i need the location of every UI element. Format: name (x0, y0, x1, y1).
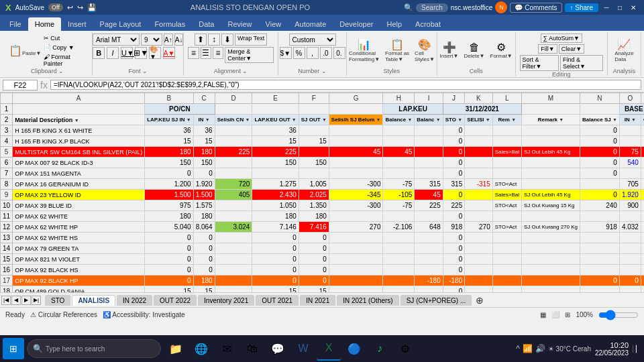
format-button[interactable]: ⚙ Format▼ (488, 41, 515, 60)
tab-view[interactable]: View (259, 17, 288, 31)
font-color-button[interactable]: A▼ (163, 47, 175, 59)
sheet-tab-sto[interactable]: STO (45, 295, 70, 306)
comma-button[interactable]: , (307, 47, 319, 59)
font-grow-button[interactable]: A↑ (164, 34, 173, 46)
tab-scroll-right-end[interactable]: ▶| (32, 296, 41, 305)
cell-styles-button[interactable]: 🎨 CellStyles▼ (413, 38, 437, 64)
col-header-L[interactable]: L (492, 93, 521, 104)
save-icon[interactable]: 💾 (87, 3, 97, 12)
col-header-G[interactable]: G (329, 93, 383, 104)
copy-button[interactable]: 📄 Copy ▼ (42, 44, 89, 52)
col-header-E[interactable]: E (252, 93, 299, 104)
tray-wifi-icon[interactable]: 📶 (523, 344, 533, 353)
minimize-button[interactable]: ─ (601, 2, 612, 13)
cut-button[interactable]: ✂ Cut (42, 34, 89, 42)
zoom-slider[interactable] (598, 310, 639, 320)
tab-automate[interactable]: Automate (288, 17, 333, 31)
borders-button[interactable]: ⊞▼ (135, 47, 147, 59)
analyze-data-button[interactable]: 📈 AnalyzeData (612, 38, 635, 64)
format-as-table-button[interactable]: 📋 Format asTable▼ (383, 38, 411, 64)
merge-button[interactable]: Merge & Center▼ (225, 47, 274, 63)
taskbar-explorer[interactable]: 📁 (164, 337, 188, 361)
number-format-select[interactable]: Custom (289, 34, 336, 46)
taskbar-clock[interactable]: 10:20 22/05/2023 (595, 341, 629, 357)
search-box[interactable]: Search (416, 3, 448, 12)
sheet-tab-out2021[interactable]: OUT 2021 (256, 295, 299, 306)
col-header-C[interactable]: C (193, 93, 215, 104)
tab-scroll-left-start[interactable]: |◀ (1, 296, 11, 305)
tab-acrobat[interactable]: Acrobat (409, 17, 447, 31)
col-header-F[interactable]: F (299, 93, 329, 104)
taskbar-excel[interactable]: X (317, 337, 341, 361)
col-header-P[interactable]: P (641, 93, 644, 104)
start-button[interactable]: ⊞ (3, 338, 24, 359)
tab-scroll-left[interactable]: ◀ (11, 296, 21, 305)
bold-button[interactable]: B (93, 47, 105, 59)
cell-name-box[interactable] (3, 80, 38, 90)
decrease-decimal-button[interactable]: 0. (333, 47, 345, 59)
close-button[interactable]: ✕ (628, 2, 639, 13)
conditional-formatting-button[interactable]: 📊 ConditionalFormatting▼ (347, 38, 382, 64)
add-sheet-button[interactable]: ⊕ (476, 295, 484, 306)
formula-input[interactable]: =IFNA(VLOOKUP(A22,'OUT 2021'!$D$2:$E$99,… (50, 80, 641, 90)
col-header-O[interactable]: O (619, 93, 641, 104)
tab-help[interactable]: Help (380, 17, 409, 31)
wrap-text-button[interactable]: Wrap Text (235, 34, 267, 46)
search-icon[interactable]: 🔍 (404, 3, 413, 12)
sheet-tab-analisis[interactable]: ANALISIS (72, 295, 115, 306)
clear-button[interactable]: Clear▼ (559, 44, 584, 54)
sheet-tab-inventory2021[interactable]: Inventory 2021 (198, 295, 254, 306)
taskbar-edge[interactable]: 🌐 (189, 337, 213, 361)
tab-insert[interactable]: Insert (61, 17, 93, 31)
tray-up-arrow[interactable]: ^ (516, 344, 520, 353)
sheet-tab-in2021[interactable]: IN 2021 (300, 295, 335, 306)
sheet-tab-out2022[interactable]: OUT 2022 (154, 295, 197, 306)
increase-decimal-button[interactable]: .0 (320, 47, 332, 59)
col-header-M[interactable]: M (521, 93, 580, 104)
taskbar-teams[interactable]: 💬 (266, 337, 290, 361)
delete-button[interactable]: 🗑 Delete▼ (462, 41, 486, 60)
col-header-J[interactable]: J (443, 93, 464, 104)
highlight-button[interactable]: 🎨▼ (149, 47, 161, 59)
align-middle-button[interactable]: ↕ (208, 34, 220, 46)
align-bottom-button[interactable]: ⬇ (221, 34, 233, 46)
autosave-toggle[interactable]: Off (48, 3, 63, 11)
taskbar-spotify[interactable]: ♪ (368, 337, 392, 361)
insert-button[interactable]: ➕ Insert▼ (438, 41, 461, 60)
taskbar-search[interactable]: 🔍 Type here to search (27, 339, 161, 358)
taskbar-search-placeholder[interactable]: Type here to search (46, 345, 105, 353)
sort-filter-button[interactable]: Sort & Filter▼ (520, 55, 559, 71)
show-desktop-button[interactable]: ▏ (633, 345, 641, 353)
sheet-tab-in2022[interactable]: IN 2022 (117, 295, 152, 306)
taskbar-chrome[interactable]: 🔵 (342, 337, 366, 361)
col-header-B[interactable]: B (145, 93, 193, 104)
col-header-A[interactable]: A (13, 93, 145, 104)
taskbar-word[interactable]: W (291, 337, 315, 361)
col-header-H[interactable]: H (383, 93, 415, 104)
currency-button[interactable]: $▼ (280, 47, 292, 59)
col-header-I[interactable]: I (415, 93, 443, 104)
user-avatar[interactable]: N (495, 1, 507, 13)
tab-review[interactable]: Review (221, 17, 258, 31)
sheet-tab-in2021others[interactable]: IN 2021 (Others) (337, 295, 398, 306)
col-header-D[interactable]: D (215, 93, 252, 104)
taskbar-mail[interactable]: ✉ (215, 337, 239, 361)
fill-button[interactable]: Fill▼ (538, 44, 557, 54)
sheet-view-normal[interactable]: ▦ (540, 311, 546, 318)
underline-button[interactable]: U▼ (121, 47, 133, 59)
tab-file[interactable]: File (3, 17, 28, 31)
data-grid[interactable]: A B C D E F G H I J K L M N O P Q (0, 93, 644, 292)
share-button[interactable]: ↑ Share (565, 3, 598, 12)
tab-formulas[interactable]: Formulas (148, 17, 192, 31)
sheet-view-pagebreak[interactable]: ⊞ (565, 311, 570, 318)
comments-button[interactable]: 💬 Comments (510, 3, 561, 13)
italic-button[interactable]: I (107, 47, 119, 59)
tray-weather[interactable]: ☀ 30°C Cerah (548, 345, 591, 353)
align-right-button[interactable]: ≡ (213, 47, 223, 59)
sheet-tab-sjcnporeg[interactable]: SJ (CN+POREG) ... (400, 295, 472, 306)
percent-button[interactable]: % (293, 47, 305, 59)
format-painter-button[interactable]: 🖌 Format Painter (42, 53, 89, 68)
align-center-button[interactable]: ☰ (201, 47, 211, 59)
taskbar-settings[interactable]: ⚙ (393, 337, 417, 361)
align-left-button[interactable]: ≡ (188, 47, 199, 59)
